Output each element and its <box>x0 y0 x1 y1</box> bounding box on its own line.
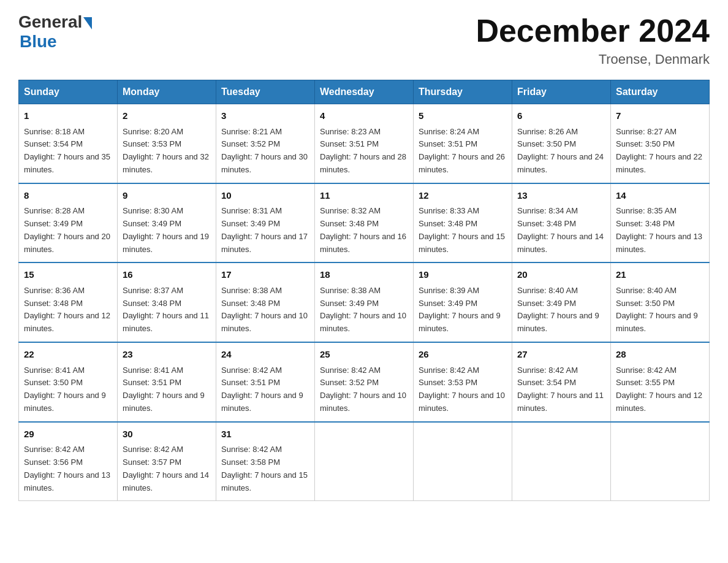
table-row: 31Sunrise: 8:42 AMSunset: 3:58 PMDayligh… <box>216 422 315 501</box>
day-number: 19 <box>419 268 507 282</box>
day-info: Sunrise: 8:42 AMSunset: 3:52 PMDaylight:… <box>320 364 408 415</box>
day-info: Sunrise: 8:42 AMSunset: 3:51 PMDaylight:… <box>221 364 309 415</box>
day-number: 21 <box>616 268 704 282</box>
day-number: 11 <box>320 189 408 203</box>
day-number: 6 <box>517 109 605 123</box>
day-number: 4 <box>320 109 408 123</box>
header-saturday: Saturday <box>611 80 710 104</box>
table-row: 14Sunrise: 8:35 AMSunset: 3:48 PMDayligh… <box>611 183 710 263</box>
table-row: 11Sunrise: 8:32 AMSunset: 3:48 PMDayligh… <box>315 183 414 263</box>
day-info: Sunrise: 8:30 AMSunset: 3:49 PMDaylight:… <box>123 205 211 256</box>
day-info: Sunrise: 8:34 AMSunset: 3:48 PMDaylight:… <box>517 205 605 256</box>
day-number: 15 <box>24 268 112 282</box>
day-info: Sunrise: 8:41 AMSunset: 3:50 PMDaylight:… <box>24 364 112 415</box>
day-number: 24 <box>221 348 309 362</box>
calendar-week-row: 22Sunrise: 8:41 AMSunset: 3:50 PMDayligh… <box>19 342 710 422</box>
month-title: December 2024 <box>476 12 710 49</box>
table-row: 19Sunrise: 8:39 AMSunset: 3:49 PMDayligh… <box>414 262 512 342</box>
calendar-week-row: 8Sunrise: 8:28 AMSunset: 3:49 PMDaylight… <box>19 183 710 263</box>
table-row <box>611 422 710 501</box>
day-number: 18 <box>320 268 408 282</box>
table-row: 8Sunrise: 8:28 AMSunset: 3:49 PMDaylight… <box>19 183 118 263</box>
table-row: 1Sunrise: 8:18 AMSunset: 3:54 PMDaylight… <box>19 104 118 183</box>
day-number: 25 <box>320 348 408 362</box>
day-info: Sunrise: 8:42 AMSunset: 3:57 PMDaylight:… <box>123 443 211 494</box>
table-row: 24Sunrise: 8:42 AMSunset: 3:51 PMDayligh… <box>216 342 315 422</box>
day-number: 12 <box>419 189 507 203</box>
day-info: Sunrise: 8:18 AMSunset: 3:54 PMDaylight:… <box>24 126 112 177</box>
day-number: 13 <box>517 189 605 203</box>
table-row: 17Sunrise: 8:38 AMSunset: 3:48 PMDayligh… <box>216 262 315 342</box>
table-row: 28Sunrise: 8:42 AMSunset: 3:55 PMDayligh… <box>611 342 710 422</box>
table-row: 27Sunrise: 8:42 AMSunset: 3:54 PMDayligh… <box>512 342 611 422</box>
day-info: Sunrise: 8:38 AMSunset: 3:48 PMDaylight:… <box>221 285 309 335</box>
day-number: 9 <box>123 189 211 203</box>
day-number: 29 <box>24 427 112 442</box>
day-number: 31 <box>221 427 309 442</box>
day-info: Sunrise: 8:42 AMSunset: 3:55 PMDaylight:… <box>616 364 704 415</box>
table-row: 29Sunrise: 8:42 AMSunset: 3:56 PMDayligh… <box>19 422 118 501</box>
table-row: 16Sunrise: 8:37 AMSunset: 3:48 PMDayligh… <box>118 262 216 342</box>
table-row: 30Sunrise: 8:42 AMSunset: 3:57 PMDayligh… <box>118 422 216 501</box>
table-row: 15Sunrise: 8:36 AMSunset: 3:48 PMDayligh… <box>19 262 118 342</box>
table-row: 3Sunrise: 8:21 AMSunset: 3:52 PMDaylight… <box>216 104 315 183</box>
day-number: 2 <box>123 109 211 123</box>
day-info: Sunrise: 8:35 AMSunset: 3:48 PMDaylight:… <box>616 205 704 256</box>
table-row: 21Sunrise: 8:40 AMSunset: 3:50 PMDayligh… <box>611 262 710 342</box>
table-row: 23Sunrise: 8:41 AMSunset: 3:51 PMDayligh… <box>118 342 216 422</box>
day-info: Sunrise: 8:40 AMSunset: 3:50 PMDaylight:… <box>616 285 704 335</box>
logo-general-text: General <box>18 12 82 32</box>
calendar-week-row: 1Sunrise: 8:18 AMSunset: 3:54 PMDaylight… <box>19 104 710 183</box>
table-row: 7Sunrise: 8:27 AMSunset: 3:50 PMDaylight… <box>611 104 710 183</box>
day-info: Sunrise: 8:36 AMSunset: 3:48 PMDaylight:… <box>24 285 112 335</box>
day-number: 8 <box>24 189 112 203</box>
day-number: 20 <box>517 268 605 282</box>
table-row: 20Sunrise: 8:40 AMSunset: 3:49 PMDayligh… <box>512 262 611 342</box>
table-row: 5Sunrise: 8:24 AMSunset: 3:51 PMDaylight… <box>414 104 512 183</box>
day-number: 7 <box>616 109 704 123</box>
header-sunday: Sunday <box>19 80 118 104</box>
day-number: 3 <box>221 109 309 123</box>
calendar-header-row: Sunday Monday Tuesday Wednesday Thursday… <box>19 80 710 104</box>
day-number: 14 <box>616 189 704 203</box>
calendar-week-row: 29Sunrise: 8:42 AMSunset: 3:56 PMDayligh… <box>19 422 710 501</box>
day-info: Sunrise: 8:40 AMSunset: 3:49 PMDaylight:… <box>517 285 605 335</box>
day-number: 10 <box>221 189 309 203</box>
table-row: 18Sunrise: 8:38 AMSunset: 3:49 PMDayligh… <box>315 262 414 342</box>
header-tuesday: Tuesday <box>216 80 315 104</box>
page-header: General Blue December 2024 Troense, Denm… <box>18 12 710 67</box>
logo-blue-text: Blue <box>20 32 57 52</box>
day-number: 16 <box>123 268 211 282</box>
day-info: Sunrise: 8:24 AMSunset: 3:51 PMDaylight:… <box>419 126 507 177</box>
day-info: Sunrise: 8:42 AMSunset: 3:53 PMDaylight:… <box>419 364 507 415</box>
table-row <box>512 422 611 501</box>
logo: General Blue <box>18 12 92 52</box>
day-info: Sunrise: 8:42 AMSunset: 3:54 PMDaylight:… <box>517 364 605 415</box>
header-monday: Monday <box>118 80 216 104</box>
day-number: 23 <box>123 348 211 362</box>
day-number: 30 <box>123 427 211 442</box>
day-number: 1 <box>24 109 112 123</box>
day-info: Sunrise: 8:38 AMSunset: 3:49 PMDaylight:… <box>320 285 408 335</box>
header-wednesday: Wednesday <box>315 80 414 104</box>
day-number: 27 <box>517 348 605 362</box>
title-section: December 2024 Troense, Denmark <box>476 12 710 67</box>
day-info: Sunrise: 8:37 AMSunset: 3:48 PMDaylight:… <box>123 285 211 335</box>
day-info: Sunrise: 8:39 AMSunset: 3:49 PMDaylight:… <box>419 285 507 335</box>
calendar-week-row: 15Sunrise: 8:36 AMSunset: 3:48 PMDayligh… <box>19 262 710 342</box>
location-subtitle: Troense, Denmark <box>476 52 710 67</box>
table-row: 2Sunrise: 8:20 AMSunset: 3:53 PMDaylight… <box>118 104 216 183</box>
day-info: Sunrise: 8:41 AMSunset: 3:51 PMDaylight:… <box>123 364 211 415</box>
table-row: 22Sunrise: 8:41 AMSunset: 3:50 PMDayligh… <box>19 342 118 422</box>
day-info: Sunrise: 8:20 AMSunset: 3:53 PMDaylight:… <box>123 126 211 177</box>
table-row: 13Sunrise: 8:34 AMSunset: 3:48 PMDayligh… <box>512 183 611 263</box>
day-info: Sunrise: 8:33 AMSunset: 3:48 PMDaylight:… <box>419 205 507 256</box>
day-info: Sunrise: 8:23 AMSunset: 3:51 PMDaylight:… <box>320 126 408 177</box>
day-info: Sunrise: 8:42 AMSunset: 3:56 PMDaylight:… <box>24 443 112 494</box>
day-number: 28 <box>616 348 704 362</box>
table-row <box>315 422 414 501</box>
header-friday: Friday <box>512 80 611 104</box>
day-number: 17 <box>221 268 309 282</box>
day-info: Sunrise: 8:42 AMSunset: 3:58 PMDaylight:… <box>221 443 309 494</box>
day-info: Sunrise: 8:31 AMSunset: 3:49 PMDaylight:… <box>221 205 309 256</box>
